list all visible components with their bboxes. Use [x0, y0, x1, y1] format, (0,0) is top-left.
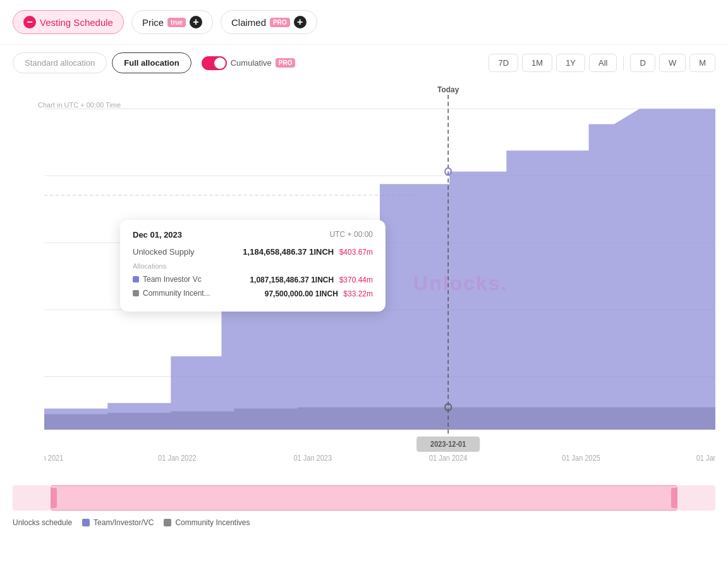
minus-icon: −: [23, 16, 36, 28]
chart-container: Chart in UTC + 00:00 Time 1.50b 1.20b 90…: [0, 81, 728, 485]
tooltip-alloc-name-1: Community Incent...: [133, 289, 210, 298]
legend-item-1: Community Incentives: [164, 518, 250, 527]
tooltip-header: Dec 01, 2023 UTC + 00:00: [133, 230, 373, 239]
time-7d-btn[interactable]: 7D: [488, 54, 518, 72]
svg-text:01 Jan 2026: 01 Jan 2026: [696, 454, 715, 463]
tab-price-label: Price: [142, 17, 164, 28]
chart-wrap[interactable]: 1.50b 1.20b 900m 600m 300m 0 Today 2023: [44, 81, 715, 485]
svg-text:01 Jan 2025: 01 Jan 2025: [562, 454, 600, 463]
plus-icon-price: +: [190, 16, 202, 28]
granularity-w-btn[interactable]: W: [659, 54, 686, 72]
time-1m-btn[interactable]: 1M: [522, 54, 552, 72]
scrollbar-range: [51, 485, 677, 511]
tooltip-alloc-val-0: 1,087,158,486.37 1INCH $370.44m: [250, 274, 373, 285]
full-allocation-btn[interactable]: Full allocation: [112, 52, 191, 73]
tab-claimed[interactable]: Claimed PRO +: [221, 10, 317, 34]
time-all-btn[interactable]: All: [589, 54, 617, 72]
tooltip-supply-amount: 1,184,658,486.37 1INCH: [243, 247, 334, 257]
controls-right: 7D 1M 1Y All D W M: [488, 54, 715, 72]
legend-label-0: Team/Investor/VC: [94, 518, 154, 527]
chart-scrollbar[interactable]: [13, 485, 715, 511]
controls-bar: Standard allocation Full allocation Cumu…: [0, 45, 728, 81]
cumulative-label: Cumulative: [231, 58, 272, 68]
chart-tooltip: Dec 01, 2023 UTC + 00:00 Unlocked Supply…: [120, 220, 385, 312]
tooltip-supply-row: Unlocked Supply 1,184,658,486.37 1INCH $…: [133, 246, 373, 257]
svg-text:01 Jan 2022: 01 Jan 2022: [158, 454, 197, 463]
svg-text:Today: Today: [437, 85, 459, 94]
chart-legend: Unlocks schedule Team/Investor/VC Commun…: [0, 511, 728, 535]
controls-left: Standard allocation Full allocation Cumu…: [13, 52, 295, 73]
legend-title-text: Unlocks schedule: [13, 518, 72, 527]
tab-vesting-schedule[interactable]: − Vesting Schedule: [13, 10, 124, 34]
tooltip-supply-usd: $403.67m: [339, 248, 373, 257]
cumulative-toggle[interactable]: [202, 56, 227, 70]
legend-title: Unlocks schedule: [13, 518, 72, 527]
granularity-m-btn[interactable]: M: [689, 54, 715, 72]
svg-text:01 Jan 2021: 01 Jan 2021: [44, 454, 63, 463]
scrollbar-handle-right[interactable]: [671, 488, 677, 508]
tooltip-supply-label: Unlocked Supply: [133, 247, 195, 257]
cumulative-wrap: Cumulative PRO: [202, 56, 296, 70]
svg-text:01 Jan 2023: 01 Jan 2023: [293, 454, 332, 463]
tooltip-alloc-val-1: 97,500,000.00 1INCH $33.22m: [265, 288, 373, 299]
legend-dot-0: [82, 519, 90, 526]
tooltip-utc: UTC + 00:00: [330, 230, 373, 239]
alloc-dot-1: [133, 290, 139, 296]
tab-claimed-label: Claimed: [231, 17, 266, 28]
legend-item-0: Team/Investor/VC: [82, 518, 154, 527]
legend-label-1: Community Incentives: [175, 518, 250, 527]
tab-vesting-label: Vesting Schedule: [40, 17, 113, 28]
pro-badge-price: true: [167, 18, 186, 27]
header-tabs: − Vesting Schedule Price true + Claimed …: [0, 0, 728, 45]
pro-badge-claimed: PRO: [270, 18, 290, 27]
cumulative-pro-badge: PRO: [276, 58, 296, 68]
tooltip-alloc-row-1: Community Incent... 97,500,000.00 1INCH …: [133, 288, 373, 299]
plus-icon-claimed: +: [294, 16, 306, 28]
svg-text:01 Jan 2024: 01 Jan 2024: [429, 454, 468, 463]
granularity-d-btn[interactable]: D: [630, 54, 655, 72]
tooltip-supply-value: 1,184,658,486.37 1INCH $403.67m: [243, 246, 373, 257]
tab-price[interactable]: Price true +: [131, 10, 213, 34]
legend-dot-1: [164, 519, 171, 526]
tooltip-alloc-row-0: Team Investor Vc 1,087,158,486.37 1INCH …: [133, 274, 373, 285]
separator: [623, 56, 624, 70]
tooltip-alloc-title: Allocations: [133, 262, 373, 270]
tooltip-alloc-name-0: Team Investor Vc: [133, 275, 202, 284]
standard-allocation-btn[interactable]: Standard allocation: [13, 52, 107, 73]
time-1y-btn[interactable]: 1Y: [556, 54, 585, 72]
tooltip-date: Dec 01, 2023: [133, 230, 182, 239]
scrollbar-handle-left[interactable]: [51, 488, 57, 508]
svg-text:2023-12-01: 2023-12-01: [430, 440, 466, 449]
alloc-dot-0: [133, 276, 139, 282]
